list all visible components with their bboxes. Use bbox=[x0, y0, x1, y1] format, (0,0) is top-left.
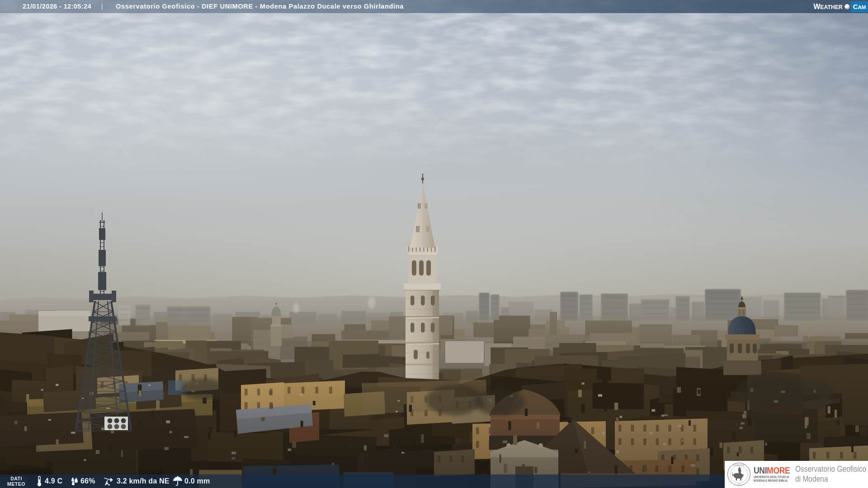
svg-text:·· STUDIORUM ··: ·· STUDIORUM ·· bbox=[732, 464, 746, 466]
svg-text:1175: 1175 bbox=[737, 483, 741, 485]
